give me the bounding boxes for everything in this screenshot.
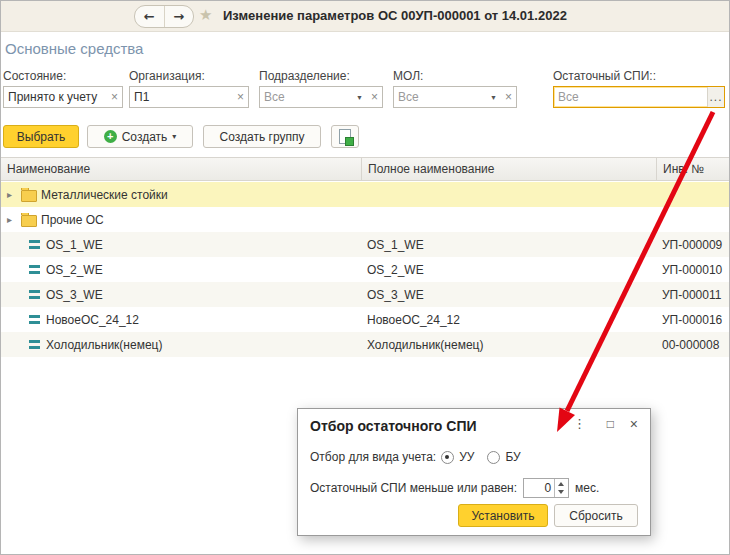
filter-residual-spi-value: Все: [554, 90, 707, 104]
spinner-down-icon[interactable]: [555, 488, 568, 497]
spi-value-input[interactable]: 0: [523, 478, 569, 498]
radio-bu[interactable]: [487, 451, 500, 464]
create-button[interactable]: + Создать ▾: [87, 125, 193, 148]
row-name: Прочие ОС: [41, 213, 104, 227]
table-row[interactable]: OS_3_WE OS_3_WE УП-000011: [1, 282, 730, 307]
expand-triangle-icon[interactable]: ▸: [7, 214, 17, 225]
favorite-star-icon[interactable]: ★: [199, 6, 212, 24]
table-row[interactable]: OS_2_WE OS_2_WE УП-000010: [1, 257, 730, 282]
folder-icon: [21, 190, 37, 202]
dialog-maximize-icon[interactable]: □: [607, 417, 614, 431]
expand-triangle-icon[interactable]: ▸: [7, 189, 17, 200]
filter-organization-value: П1: [130, 90, 233, 104]
table-row[interactable]: OS_1_WE OS_1_WE УП-000009: [1, 232, 730, 257]
row-fullname: Холодильник(немец): [361, 338, 656, 352]
plus-icon: +: [104, 130, 117, 143]
dialog-spi-filter: Отбор остаточного СПИ ⋮ □ × Отбор для ви…: [297, 408, 651, 536]
row-fullname: OS_2_WE: [361, 263, 656, 277]
back-button[interactable]: ←: [135, 6, 164, 27]
table-row[interactable]: НовоеОС_24_12 НовоеОС_24_12 УП-000016: [1, 307, 730, 332]
spi-value: 0: [524, 479, 554, 497]
clear-icon[interactable]: ×: [107, 90, 122, 104]
row-fullname: OS_3_WE: [361, 288, 656, 302]
page-title: Основные средства: [5, 40, 143, 57]
dialog-close-icon[interactable]: ×: [630, 417, 638, 431]
spi-value-row: Остаточный СПИ меньше или равен: 0 мес.: [310, 478, 599, 498]
row-name-cell: OS_3_WE: [1, 288, 361, 302]
create-by-copy-button[interactable]: [331, 125, 359, 148]
account-type-row: Отбор для вида учета: УУ БУ: [310, 450, 529, 464]
row-inv: 00-000008: [656, 338, 730, 352]
filter-department: Подразделение: Все ▼ ×: [259, 69, 383, 108]
folder-icon: [21, 215, 37, 227]
table-row[interactable]: ▸ Металлические стойки: [1, 182, 730, 207]
window-title: Изменение параметров ОС 00УП-000001 от 1…: [223, 8, 567, 23]
set-button[interactable]: Установить: [458, 504, 548, 527]
row-name-cell: Холодильник(немец): [1, 338, 361, 352]
row-name: OS_1_WE: [46, 238, 103, 252]
filter-department-value: Все: [260, 90, 352, 104]
spinner-up-icon[interactable]: [555, 479, 568, 488]
filter-state-value: Принято к учету: [4, 90, 107, 104]
filter-mol-input[interactable]: Все ▼ ×: [393, 86, 517, 108]
row-name: Холодильник(немец): [46, 338, 162, 352]
table-row[interactable]: Холодильник(немец) Холодильник(немец) 00…: [1, 332, 730, 357]
clear-icon[interactable]: ×: [367, 90, 382, 104]
column-header-name[interactable]: Наименование: [1, 158, 361, 180]
row-fullname: НовоеОС_24_12: [361, 313, 656, 327]
app-window: ← → ★ Изменение параметров ОС 00УП-00000…: [0, 0, 730, 555]
radio-bu-label[interactable]: БУ: [505, 450, 520, 464]
column-header-fullname[interactable]: Полное наименование: [361, 158, 656, 180]
row-fullname: OS_1_WE: [361, 238, 656, 252]
filter-mol-label: МОЛ:: [393, 69, 517, 84]
asset-icon: [29, 315, 40, 324]
copy-icon: [339, 129, 351, 144]
table-row[interactable]: ▸ Прочие ОС: [1, 207, 730, 232]
row-inv: УП-000009: [656, 238, 730, 252]
radio-uu-label[interactable]: УУ: [459, 450, 474, 464]
account-type-label: Отбор для вида учета:: [310, 450, 436, 464]
filter-residual-spi-input[interactable]: Все ...: [553, 86, 725, 108]
dropdown-icon[interactable]: ▼: [352, 94, 367, 101]
asset-icon: [29, 290, 40, 299]
row-name-cell: ▸ Прочие ОС: [1, 213, 361, 227]
asset-icon: [29, 240, 40, 249]
top-toolbar: ← → ★ Изменение параметров ОС 00УП-00000…: [1, 1, 729, 32]
filter-mol-value: Все: [394, 90, 486, 104]
row-name: OS_2_WE: [46, 263, 103, 277]
table-header: Наименование Полное наименование Инв. №: [1, 157, 730, 181]
create-group-button[interactable]: Создать группу: [203, 125, 321, 148]
select-button[interactable]: Выбрать: [3, 125, 79, 148]
reset-button[interactable]: Сбросить: [554, 504, 638, 527]
row-name-cell: НовоеОС_24_12: [1, 313, 361, 327]
row-name: НовоеОС_24_12: [46, 313, 139, 327]
filter-residual-spi: Остаточный СПИ:: Все ...: [553, 69, 725, 108]
dialog-menu-icon[interactable]: ⋮: [573, 417, 586, 431]
dropdown-icon[interactable]: ▼: [486, 94, 501, 101]
forward-button[interactable]: →: [165, 6, 194, 27]
create-button-label: Создать: [122, 130, 168, 144]
filter-state-input[interactable]: Принято к учету ×: [3, 86, 123, 108]
row-inv: УП-000011: [656, 288, 730, 302]
row-name: Металлические стойки: [41, 188, 168, 202]
asset-icon: [29, 340, 40, 349]
clear-icon[interactable]: ×: [501, 90, 516, 104]
spinner: [554, 479, 568, 497]
filter-state-label: Состояние:: [3, 69, 123, 84]
filter-residual-spi-label: Остаточный СПИ::: [553, 69, 725, 84]
filter-department-input[interactable]: Все ▼ ×: [259, 86, 383, 108]
row-name: OS_3_WE: [46, 288, 103, 302]
clear-icon[interactable]: ×: [233, 90, 248, 104]
row-name-cell: OS_2_WE: [1, 263, 361, 277]
column-header-inv[interactable]: Инв. №: [656, 158, 730, 180]
asset-icon: [29, 265, 40, 274]
table-body: ▸ Металлические стойки ▸ Прочие ОС OS_1_…: [1, 182, 730, 357]
caret-down-icon: ▾: [172, 132, 176, 141]
filter-organization: Организация: П1 ×: [129, 69, 249, 108]
ellipsis-icon[interactable]: ...: [707, 87, 724, 107]
row-name-cell: ▸ Металлические стойки: [1, 188, 361, 202]
radio-uu[interactable]: [441, 451, 454, 464]
row-name-cell: OS_1_WE: [1, 238, 361, 252]
filter-organization-input[interactable]: П1 ×: [129, 86, 249, 108]
dialog-title: Отбор остаточного СПИ: [310, 418, 477, 434]
